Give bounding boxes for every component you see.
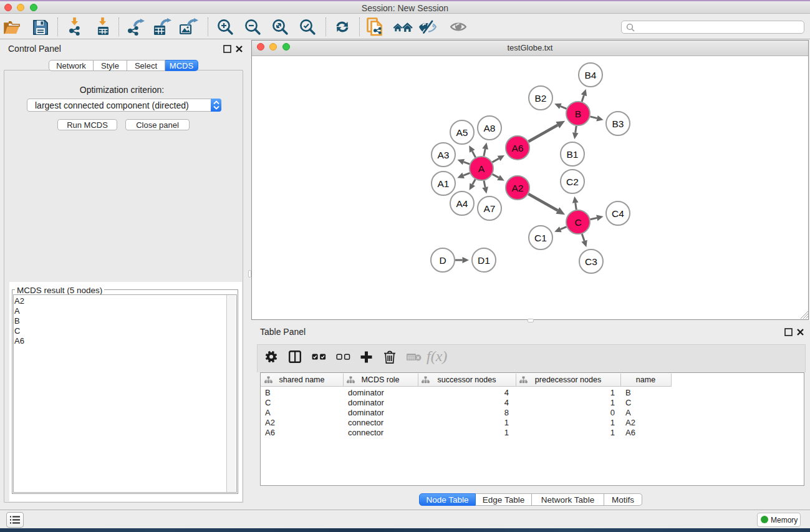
svg-text:C4: C4 xyxy=(612,208,624,219)
svg-text:D1: D1 xyxy=(478,255,490,266)
svg-text:D: D xyxy=(439,255,446,266)
svg-text:A3: A3 xyxy=(438,150,450,160)
svg-text:A7: A7 xyxy=(484,203,496,214)
svg-text:C3: C3 xyxy=(585,256,597,267)
svg-text:B2: B2 xyxy=(535,93,547,104)
svg-text:B: B xyxy=(575,109,581,119)
svg-text:A4: A4 xyxy=(456,198,468,209)
svg-text:B3: B3 xyxy=(612,118,624,129)
svg-text:A8: A8 xyxy=(484,123,496,133)
svg-text:A6: A6 xyxy=(512,143,524,153)
svg-text:A2: A2 xyxy=(512,183,524,193)
svg-text:B4: B4 xyxy=(585,70,597,80)
svg-text:A5: A5 xyxy=(456,127,468,138)
svg-text:A1: A1 xyxy=(438,178,450,189)
svg-text:C: C xyxy=(574,217,581,228)
svg-text:C1: C1 xyxy=(534,233,547,243)
svg-text:C2: C2 xyxy=(566,177,579,187)
svg-text:B1: B1 xyxy=(567,149,579,160)
svg-text:A: A xyxy=(478,163,485,174)
